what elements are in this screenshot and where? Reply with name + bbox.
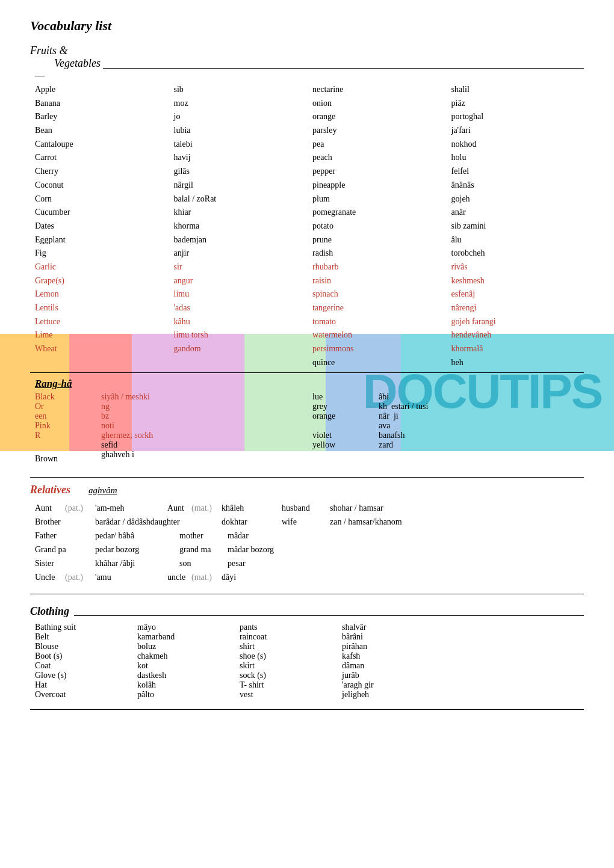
list-item: felfel: [451, 165, 585, 178]
list-item: banafsh: [379, 431, 584, 440]
list-item: ng: [101, 402, 306, 411]
list-item: bademjan: [174, 233, 307, 247]
list-item: portoghal: [451, 110, 585, 123]
list-item: wife: [282, 515, 330, 529]
colors-header: Rang-hâ: [35, 378, 306, 390]
list-item: Brother: [35, 515, 95, 529]
list-item: dâman: [342, 661, 438, 671]
list-item: (pat.): [65, 501, 95, 515]
section-divider-3: [30, 709, 584, 710]
list-item: pedar bozorg: [95, 543, 179, 556]
list-item: ghermez, sorkh: [101, 431, 306, 440]
list-item: shalvâr: [342, 623, 438, 632]
list-item: Pink: [35, 421, 101, 431]
list-item: Blouse: [35, 642, 131, 651]
clothing-col1-trans: mâyo kamarband boluz chakmeh kot dastkes…: [137, 623, 234, 700]
fruits-vegetables-section: Fruits & Vegetables — Apple Banana Barle…: [30, 45, 584, 369]
list-item: mâyo: [137, 623, 234, 632]
list-item: R: [35, 431, 101, 440]
list-item: een: [35, 411, 101, 421]
list-item: Cucumber: [35, 206, 168, 219]
list-item: tomato: [312, 315, 445, 328]
list-item: Eggplant: [35, 233, 168, 247]
list-item: kamarband: [137, 632, 234, 642]
list-item: Cantaloupe: [35, 138, 168, 151]
list-item: nectarine: [312, 83, 445, 96]
list-item: noti: [101, 421, 306, 431]
fv-col3-terms: nectarine onion orange parsley pea peach…: [312, 83, 445, 369]
relatives-subheader: aghvâm: [88, 485, 117, 496]
list-item: shirt: [240, 642, 336, 651]
list-item: Aunt: [167, 501, 191, 515]
list-item: parsley: [312, 124, 445, 137]
list-item: uncle: [167, 570, 191, 584]
list-item: ânânâs: [451, 179, 585, 192]
list-item: Father: [35, 529, 95, 543]
list-item: khâleh: [222, 501, 282, 515]
list-item: [312, 421, 379, 431]
list-item: havij: [174, 151, 307, 164]
list-item: Lime: [35, 328, 168, 342]
list-item: 'adas: [174, 301, 307, 315]
list-item: kâhu: [174, 315, 307, 328]
list-item: (pat.): [65, 570, 95, 584]
colors-col2-trans: âbi kh estari / tusi nâr ji ava banafsh …: [379, 392, 584, 463]
list-item: pepper: [312, 165, 445, 178]
list-item: grand ma: [179, 543, 228, 556]
list-item: gojeh farangi: [451, 315, 585, 328]
list-item: siyâh / meshki: [101, 392, 306, 402]
relatives-header: Relatives: [30, 484, 70, 496]
list-item: 'aragh gir: [342, 680, 438, 690]
list-item: Banana: [35, 97, 168, 110]
list-item: mother: [179, 529, 228, 543]
table-row: Uncle (pat.) 'amu uncle (mat.) dâyi: [35, 570, 584, 584]
list-item: Bean: [35, 124, 168, 137]
list-item: kolâh: [137, 680, 234, 690]
clothing-underline-line: [74, 615, 584, 616]
list-item: jo: [174, 110, 307, 123]
clothing-col2-terms: pants raincoat shirt shoe (s) skirt sock…: [240, 623, 336, 700]
list-item: piâz: [451, 97, 585, 110]
list-item: Boot (s): [35, 651, 131, 661]
list-item: keshmesh: [451, 274, 585, 288]
list-item: Grand pa: [35, 543, 95, 556]
list-item: Aunt: [35, 501, 65, 515]
list-item: bârâni: [342, 632, 438, 642]
list-item: ja'fari: [451, 124, 585, 137]
section-divider: [30, 477, 584, 478]
relatives-table: Aunt (pat.) 'am-meh Aunt (mat.) khâleh h…: [30, 501, 584, 585]
list-item: talebi: [174, 138, 307, 151]
colors-col1-terms: Black Or een Pink R Brown: [35, 392, 101, 463]
fruits-vegetables-grid: Apple Banana Barley Bean Cantaloupe Carr…: [30, 83, 584, 369]
list-item: nâr ji: [379, 411, 584, 421]
list-item: T- shirt: [240, 680, 336, 690]
list-item: raincoat: [240, 632, 336, 642]
list-item: violet: [312, 431, 379, 440]
list-item: sib: [174, 83, 307, 96]
clothing-section: Clothing Bathing suit Belt Blouse Boot (…: [30, 605, 584, 700]
table-row: Sister khâhar /âbji son pesar: [35, 556, 584, 570]
list-item: âbi: [379, 392, 584, 402]
list-item: mâdar: [228, 529, 249, 543]
list-item: khiar: [174, 206, 307, 219]
list-item: shalil: [451, 83, 585, 96]
list-item: Garlic: [35, 260, 168, 274]
list-item: anâr: [451, 206, 585, 219]
list-item: peach: [312, 151, 445, 164]
list-item: boluz: [137, 642, 234, 651]
list-item: raisin: [312, 274, 445, 288]
list-item: shohar / hamsar: [330, 501, 383, 515]
list-item: sock (s): [240, 671, 336, 680]
list-item: limu torsh: [174, 328, 307, 342]
list-item: Belt: [35, 632, 131, 642]
list-item: Wheat: [35, 342, 168, 356]
table-row: Aunt (pat.) 'am-meh Aunt (mat.) khâleh h…: [35, 501, 584, 515]
list-item: radish: [312, 247, 445, 260]
list-item: potato: [312, 220, 445, 233]
list-item: [35, 440, 101, 454]
list-item: Lemon: [35, 288, 168, 301]
list-item: nârengi: [451, 301, 585, 315]
list-item: Coat: [35, 661, 131, 671]
list-item: beh: [451, 356, 585, 369]
table-row: Grand pa pedar bozorg grand ma mâdar boz…: [35, 543, 584, 556]
